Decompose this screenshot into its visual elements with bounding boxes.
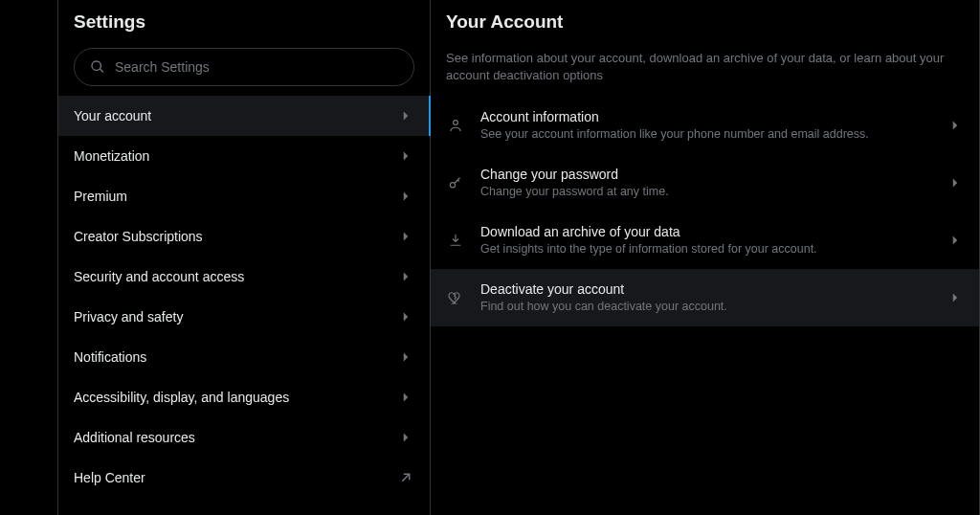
chevron-right-icon xyxy=(397,308,414,325)
nav-item-help-center[interactable]: Help Center xyxy=(58,458,430,498)
nav-item-notifications[interactable]: Notifications xyxy=(58,337,430,377)
detail-description: See information about your account, down… xyxy=(431,40,979,97)
external-link-icon xyxy=(397,469,414,486)
nav-label: Creator Subscriptions xyxy=(74,229,203,244)
nav-label: Privacy and safety xyxy=(74,309,183,325)
detail-title: Your Account xyxy=(446,11,964,33)
chevron-right-icon xyxy=(397,268,414,285)
detail-text: Deactivate your account Find out how you… xyxy=(480,280,931,315)
detail-header: Your Account xyxy=(431,0,979,40)
detail-item-account-information[interactable]: Account information See your account inf… xyxy=(431,97,979,154)
chevron-right-icon xyxy=(397,147,414,165)
key-icon xyxy=(446,174,465,191)
nav-label: Your account xyxy=(74,108,151,123)
detail-text: Account information See your account inf… xyxy=(480,108,931,143)
nav-label: Accessibility, display, and languages xyxy=(74,390,289,405)
detail-item-download-archive[interactable]: Download an archive of your data Get ins… xyxy=(431,212,979,269)
settings-header: Settings xyxy=(58,0,430,42)
nav-label: Additional resources xyxy=(74,430,195,445)
search-wrap xyxy=(58,42,430,96)
heart-broken-icon xyxy=(446,289,465,306)
chevron-right-icon xyxy=(397,429,414,446)
nav-item-your-account[interactable]: Your account xyxy=(58,96,430,136)
nav-item-creator-subscriptions[interactable]: Creator Subscriptions xyxy=(58,216,430,257)
detail-text: Download an archive of your data Get ins… xyxy=(480,223,931,258)
chevron-right-icon xyxy=(397,107,414,124)
chevron-right-icon xyxy=(947,117,964,134)
detail-item-change-password[interactable]: Change your password Change your passwor… xyxy=(431,154,979,212)
detail-item-title: Change your password xyxy=(480,166,931,183)
nav-item-privacy-and-safety[interactable]: Privacy and safety xyxy=(58,297,430,337)
svg-point-0 xyxy=(454,121,458,125)
detail-item-title: Download an archive of your data xyxy=(480,223,931,240)
search-input[interactable] xyxy=(115,59,398,75)
search-box[interactable] xyxy=(74,48,414,86)
detail-item-title: Deactivate your account xyxy=(480,280,931,298)
chevron-right-icon xyxy=(397,348,414,366)
chevron-right-icon xyxy=(947,289,964,306)
chevron-right-icon xyxy=(397,188,414,205)
nav-label: Help Center xyxy=(74,470,145,485)
chevron-right-icon xyxy=(947,174,964,191)
nav-item-additional-resources[interactable]: Additional resources xyxy=(58,417,430,458)
svg-point-1 xyxy=(450,183,455,188)
nav-label: Notifications xyxy=(74,349,146,365)
detail-item-deactivate-account[interactable]: Deactivate your account Find out how you… xyxy=(431,269,979,326)
nav-label: Premium xyxy=(74,189,127,204)
detail-item-subtitle: See your account information like your p… xyxy=(480,126,931,143)
left-gutter xyxy=(0,0,57,515)
detail-item-title: Account information xyxy=(480,108,931,125)
detail-item-subtitle: Get insights into the type of informatio… xyxy=(480,241,931,258)
chevron-right-icon xyxy=(947,232,964,249)
nav-label: Security and account access xyxy=(74,269,244,284)
person-icon xyxy=(446,117,465,134)
settings-title: Settings xyxy=(74,11,414,33)
nav-item-accessibility-display-languages[interactable]: Accessibility, display, and languages xyxy=(58,377,430,417)
nav-label: Monetization xyxy=(74,148,149,164)
download-icon xyxy=(446,232,465,249)
nav-item-monetization[interactable]: Monetization xyxy=(58,136,430,176)
search-icon xyxy=(90,59,105,75)
nav-item-premium[interactable]: Premium xyxy=(58,176,430,216)
chevron-right-icon xyxy=(397,389,414,406)
chevron-right-icon xyxy=(397,228,414,245)
nav-item-security-and-account-access[interactable]: Security and account access xyxy=(58,257,430,297)
detail-item-subtitle: Change your password at any time. xyxy=(480,184,931,200)
detail-text: Change your password Change your passwor… xyxy=(480,166,931,200)
detail-item-subtitle: Find out how you can deactivate your acc… xyxy=(480,299,931,315)
settings-panel: Settings Your account Monetization Premi… xyxy=(57,0,431,515)
detail-panel: Your Account See information about your … xyxy=(431,0,980,515)
